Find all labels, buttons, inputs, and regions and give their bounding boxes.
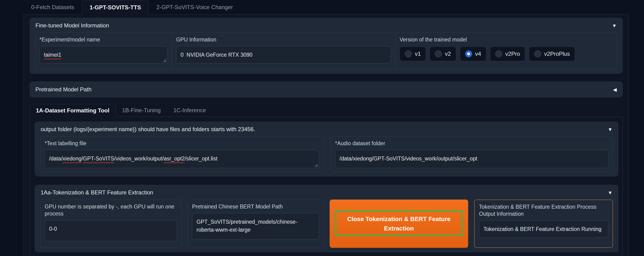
tokenization-title: 1Aa-Tokenization & BERT Feature Extracti… — [40, 189, 153, 196]
radio-circle-icon — [435, 50, 442, 57]
close-tokenization-button[interactable]: Close Tokenization & BERT Feature Extrac… — [330, 200, 468, 248]
tab-fetch-datasets[interactable]: 0-Fetch Datasets — [24, 0, 82, 14]
resize-handle[interactable] — [163, 59, 166, 62]
text-labelling-label: *Text labelling file — [44, 140, 319, 147]
main-tab-bar: 0-Fetch Datasets 1-GPT-SOVITS-TTS 2-GPT-… — [0, 0, 644, 14]
radio-v4[interactable]: v4 — [460, 47, 486, 61]
radio-v2pro-label: v2Pro — [505, 51, 520, 57]
tokenization-output-panel: Tokenization & BERT Feature Extraction P… — [474, 200, 613, 248]
text-labelling-input[interactable]: /data/xiedong/GPT-SoVITS/videos_work/out… — [44, 150, 319, 168]
bert-path-label: Pretrained Chinese BERT Model Path — [192, 203, 319, 210]
experiment-name-label: *Experiment/model name — [40, 36, 168, 43]
collapse-down-icon: ▼ — [608, 127, 612, 132]
tab-gpt-sovits-tts[interactable]: 1-GPT-SOVITS-TTS — [82, 0, 149, 15]
tokenization-row: GPU number is separated by -, each GPU w… — [40, 200, 613, 248]
radio-v1-label: v1 — [415, 51, 421, 57]
close-tokenization-button-label: Close Tokenization & BERT Feature Extrac… — [343, 214, 454, 233]
radio-circle-icon — [534, 50, 541, 57]
output-folder-title: output folder (logs/{experiment name}) s… — [40, 126, 255, 132]
tokenization-group: 1Aa-Tokenization & BERT Feature Extracti… — [35, 185, 618, 252]
tokenization-output-label: Tokenization & BERT Feature Extraction P… — [479, 203, 608, 217]
radio-v2proplus-label: v2ProPlus — [544, 51, 570, 57]
finetuned-model-info-group: Fine-tuned Model Information ▼ *Experime… — [30, 18, 623, 74]
dataset-formatting-panel: output folder (logs/{experiment name}) s… — [30, 117, 623, 256]
gpu-info-input[interactable]: 0 NVIDIA GeForce RTX 3090 — [176, 46, 391, 63]
pretrained-model-path-accordion[interactable]: Pretrained Model Path ◀ — [30, 82, 623, 97]
model-version-field: Version of the trained model v1 v2 v4 — [395, 33, 617, 69]
finetuned-group-header[interactable]: Fine-tuned Model Information ▼ — [35, 21, 617, 32]
gpu-number-input[interactable]: 0-0 — [44, 220, 177, 241]
tab-dataset-formatting[interactable]: 1A-Dataset Formatting Tool — [30, 104, 116, 117]
gpu-number-label: GPU number is separated by -, each GPU w… — [44, 203, 177, 217]
radio-circle-icon — [495, 50, 502, 57]
model-version-label: Version of the trained model — [400, 36, 613, 43]
tab-inference[interactable]: 1C-Inference — [167, 104, 212, 117]
output-folder-header[interactable]: output folder (logs/{experiment name}) s… — [40, 125, 613, 136]
model-version-radio-group: v1 v2 v4 v2Pro — [400, 47, 613, 61]
audio-dataset-input[interactable]: /data/xiedong/GPT-SoVITS/videos_work/out… — [335, 150, 608, 168]
radio-circle-icon — [405, 50, 412, 57]
tab-fine-tuning[interactable]: 1B-Fine-Tuning — [116, 104, 167, 117]
collapse-left-icon: ◀ — [613, 87, 617, 92]
bert-path-input[interactable]: GPT_SoVITS/pretrained_models/chinese-rob… — [192, 213, 319, 239]
finetuned-form: *Experiment/model name taimei1 GPU Infor… — [35, 32, 617, 69]
pretrained-model-path-title: Pretrained Model Path — [36, 86, 92, 93]
radio-v2pro[interactable]: v2Pro — [490, 47, 525, 61]
output-folder-group: output folder (logs/{experiment name}) s… — [35, 122, 618, 176]
radio-v2[interactable]: v2 — [430, 47, 456, 61]
radio-v4-label: v4 — [475, 51, 481, 57]
radio-v1[interactable]: v1 — [400, 47, 426, 61]
audio-dataset-label: *Audio dataset folder — [335, 140, 608, 147]
gpt-sovits-tts-panel: Fine-tuned Model Information ▼ *Experime… — [24, 14, 629, 256]
collapse-down-icon: ▼ — [612, 23, 617, 28]
tokenization-header[interactable]: 1Aa-Tokenization & BERT Feature Extracti… — [40, 188, 613, 200]
experiment-name-input[interactable]: taimei1 — [40, 46, 168, 63]
tab-voice-changer[interactable]: 2-GPT-SoVITS-Voice Changer — [148, 0, 240, 14]
gpu-info-field: GPU Information 0 NVIDIA GeForce RTX 309… — [172, 33, 395, 69]
radio-selected-icon — [465, 50, 472, 57]
resize-handle[interactable] — [314, 164, 318, 167]
gpu-info-label: GPU Information — [176, 36, 391, 43]
output-folder-row: *Text labelling file /data/xiedong/GPT-S… — [40, 136, 613, 172]
sub-tab-bar: 1A-Dataset Formatting Tool 1B-Fine-Tunin… — [30, 104, 623, 117]
audio-dataset-field: *Audio dataset folder /data/xiedong/GPT-… — [330, 136, 613, 172]
experiment-name-field: *Experiment/model name taimei1 — [35, 33, 172, 69]
radio-v2-label: v2 — [445, 51, 451, 57]
text-labelling-field: *Text labelling file /data/xiedong/GPT-S… — [40, 136, 324, 172]
tokenization-output-text[interactable]: Tokenization & BERT Feature Extraction R… — [479, 220, 608, 238]
radio-v2proplus[interactable]: v2ProPlus — [529, 47, 575, 61]
gpu-number-field: GPU number is separated by -, each GPU w… — [40, 200, 182, 248]
bert-path-field: Pretrained Chinese BERT Model Path GPT_S… — [188, 200, 324, 248]
collapse-down-icon: ▼ — [608, 190, 612, 195]
finetuned-group-title: Fine-tuned Model Information — [36, 22, 109, 29]
